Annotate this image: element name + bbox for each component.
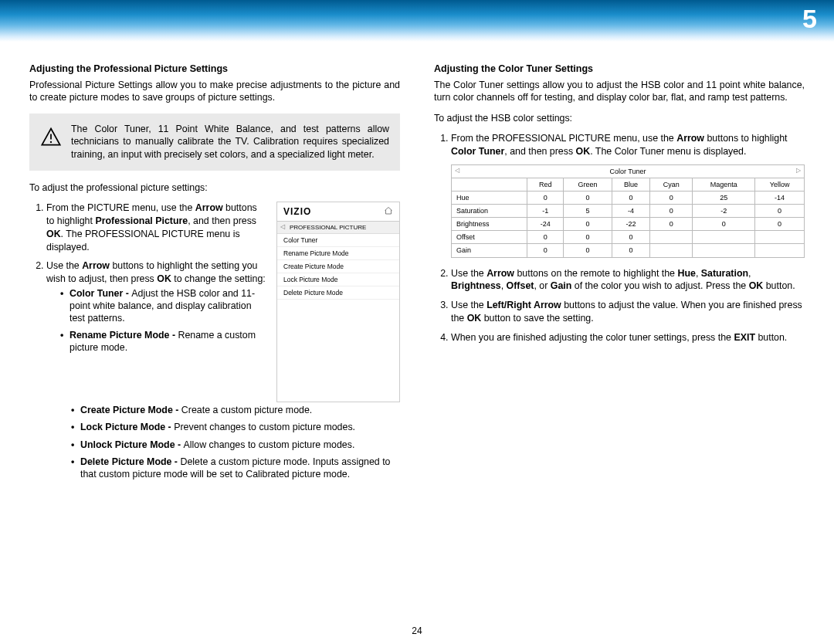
tv-menu-item: Delete Picture Mode: [277, 286, 399, 300]
heading-left: Adjusting the Professional Picture Setti…: [29, 63, 400, 74]
tv-menu-item: Color Tuner: [277, 234, 399, 247]
table-row: Offset000: [452, 231, 805, 244]
chapter-number: 5: [802, 5, 817, 32]
left-column: Adjusting the Professional Picture Setti…: [29, 63, 400, 485]
right-column: Adjusting the Color Tuner Settings The C…: [434, 63, 805, 485]
steps-left: From the PICTURE menu, use the Arrow but…: [29, 202, 266, 360]
tv-menu-item: Lock Picture Mode: [277, 273, 399, 286]
chapter-header: 5: [0, 0, 834, 42]
page-body: Adjusting the Professional Picture Setti…: [0, 42, 834, 485]
table-header-row: Red Green Blue Cyan Magenta Yellow: [452, 178, 805, 191]
warning-icon: [40, 126, 62, 147]
bullet-lock: Lock Picture Mode - Prevent changes to c…: [71, 421, 400, 433]
intro-right: The Color Tuner settings allow you to ad…: [434, 79, 805, 104]
warning-callout: The Color Tuner, 11 Point White Balance,…: [29, 114, 400, 171]
table-row: Hue000025-14: [452, 191, 805, 204]
step-2-right: Use the Arrow buttons on the remote to h…: [451, 267, 805, 293]
bullet-create: Create Picture Mode - Create a custom pi…: [71, 404, 400, 416]
tv-menu-item: Rename Picture Mode: [277, 247, 399, 260]
callout-text: The Color Tuner, 11 Point White Balance,…: [71, 123, 389, 161]
tv-menu-header: VIZIO: [277, 202, 399, 222]
lead2-right: To adjust the HSB color settings:: [434, 112, 805, 124]
svg-point-1: [50, 141, 52, 143]
step-3-right: Use the Left/Right Arrow buttons to adju…: [451, 299, 805, 324]
triangle-left-icon: ◁: [455, 167, 459, 175]
step-1-right: From the PROFESSIONAL PICTURE menu, use …: [451, 132, 805, 257]
page-number: 24: [412, 625, 422, 636]
bullet-color-tuner: Color Tuner - Adjust the HSB color and 1…: [60, 287, 266, 324]
bullet-unlock: Unlock Picture Mode - Allow changes to c…: [71, 439, 400, 451]
table-row: Gain000: [452, 244, 805, 257]
step-2-left: Use the Arrow buttons to highlight the s…: [46, 259, 266, 354]
table-row: Brightness-240-22000: [452, 218, 805, 231]
bullet-delete: Delete Picture Mode - Delete a custom pi…: [71, 456, 400, 480]
home-icon: [384, 206, 393, 217]
tv-menu-title: PROFESSIONAL PICTURE: [277, 222, 399, 234]
tv-menu-item: Create Picture Mode: [277, 260, 399, 273]
step-1-left: From the PICTURE menu, use the Arrow but…: [46, 202, 266, 253]
triangle-right-icon: ▷: [796, 167, 801, 175]
color-tuner-table: ◁Color Tuner▷ Red Green Blue Cyan Magent…: [451, 164, 805, 258]
step-4-right: When you are finished adjusting the colo…: [451, 331, 805, 344]
bullets-inner: Color Tuner - Adjust the HSB color and 1…: [46, 287, 266, 354]
steps-with-menu: From the PICTURE menu, use the Arrow but…: [29, 202, 400, 402]
bullet-rename: Rename Picture Mode - Rename a custom pi…: [60, 329, 266, 354]
heading-right: Adjusting the Color Tuner Settings: [434, 63, 805, 74]
page-footer: 24: [0, 625, 834, 636]
table-row: Saturation-15-40-20: [452, 205, 805, 218]
steps-right: From the PROFESSIONAL PICTURE menu, use …: [434, 132, 805, 344]
vizio-logo: VIZIO: [283, 206, 311, 217]
tv-menu-screenshot: VIZIO PROFESSIONAL PICTURE Color Tuner R…: [276, 202, 400, 402]
bullets-continued: Create Picture Mode - Create a custom pi…: [29, 404, 400, 480]
lead2-left: To adjust the professional picture setti…: [29, 181, 400, 194]
intro-left: Professional Picture Settings allow you …: [29, 79, 400, 104]
table-title: ◁Color Tuner▷: [452, 164, 805, 178]
